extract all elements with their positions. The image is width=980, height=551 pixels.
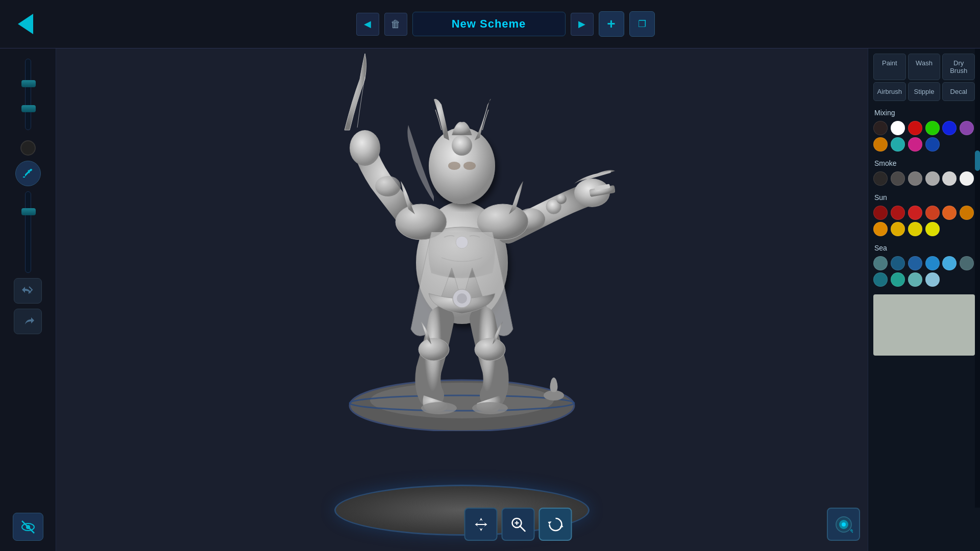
zoom-icon <box>509 516 527 533</box>
top-bar: ◀ 🗑 New Scheme ▶ + ❐ <box>0 0 980 48</box>
color-swatch[interactable] <box>942 256 957 270</box>
undo-button[interactable] <box>14 278 42 304</box>
mixing-color-grid <box>873 121 975 152</box>
color-swatch[interactable] <box>908 121 922 135</box>
color-swatch[interactable] <box>891 256 905 270</box>
svg-line-12 <box>22 521 34 533</box>
color-swatch[interactable] <box>925 121 940 135</box>
color-swatch[interactable] <box>908 206 922 220</box>
scheme-navigation: ◀ 🗑 New Scheme ▶ + ❐ <box>356 11 655 37</box>
zoom-button[interactable] <box>502 508 535 541</box>
scheme-prev-button[interactable]: ◀ <box>356 13 379 36</box>
sun-color-grid <box>873 206 975 236</box>
color-panel: Mixing Smoke <box>868 106 980 551</box>
color-swatch[interactable] <box>873 272 888 287</box>
airbrush-label: Airbrush <box>877 88 902 95</box>
wash-brush-button[interactable]: Wash <box>908 54 941 80</box>
brush-type-grid: Paint Wash Dry Brush Airbrush Stipple De… <box>868 48 980 106</box>
redo-button[interactable] <box>14 309 42 334</box>
paint-brush-button[interactable]: Paint <box>873 54 906 80</box>
size-slider-container <box>18 59 38 135</box>
svg-point-34 <box>421 402 457 414</box>
color-swatch[interactable] <box>908 171 922 186</box>
color-swatch[interactable] <box>942 121 957 135</box>
color-swatch[interactable] <box>891 121 905 135</box>
svg-point-33 <box>556 194 567 204</box>
svg-point-21 <box>350 130 380 166</box>
color-swatch[interactable] <box>891 272 905 287</box>
stipple-button[interactable]: Stipple <box>908 82 941 101</box>
add-icon: + <box>607 16 615 32</box>
color-swatch[interactable] <box>925 206 940 220</box>
next-arrow-icon: ▶ <box>578 18 585 30</box>
color-swatch[interactable] <box>908 256 922 270</box>
color-swatch[interactable] <box>873 256 888 270</box>
airbrush-button[interactable]: Airbrush <box>873 82 906 101</box>
color-swatch[interactable] <box>942 206 957 220</box>
color-swatch[interactable] <box>873 137 888 152</box>
rotate-button[interactable] <box>539 508 572 541</box>
copy-scheme-button[interactable]: ❐ <box>629 11 655 37</box>
svg-line-40 <box>520 526 525 531</box>
size-slider-track <box>25 59 31 130</box>
svg-point-27 <box>419 338 449 361</box>
color-swatch[interactable] <box>908 137 922 152</box>
color-swatch[interactable] <box>925 171 940 186</box>
color-swatch[interactable] <box>873 121 888 135</box>
svg-point-31 <box>456 236 468 248</box>
color-swatch[interactable] <box>873 206 888 220</box>
color-swatch[interactable] <box>873 171 888 186</box>
trash-icon: 🗑 <box>390 18 401 30</box>
paint-label: Paint <box>882 59 897 67</box>
opacity-slider-track <box>25 191 31 273</box>
paint-bucket-icon: ✎ <box>835 515 853 534</box>
color-swatch[interactable] <box>925 272 940 287</box>
color-preview-box <box>873 294 975 356</box>
right-scrollbar-thumb[interactable] <box>975 151 980 171</box>
color-swatch[interactable] <box>908 222 922 236</box>
add-scheme-button[interactable]: + <box>599 11 624 37</box>
back-button[interactable] <box>10 9 41 39</box>
opacity-slider-thumb[interactable] <box>21 208 36 215</box>
model-viewport[interactable] <box>56 48 868 551</box>
sun-section-label: Sun <box>873 193 975 202</box>
move-icon <box>472 516 489 533</box>
color-swatch[interactable] <box>925 137 940 152</box>
color-swatch[interactable] <box>960 121 974 135</box>
eyedropper-button[interactable] <box>15 161 41 186</box>
smoke-section-label: Smoke <box>873 159 975 167</box>
svg-point-35 <box>472 402 508 414</box>
color-swatch[interactable] <box>908 272 922 287</box>
color-swatch[interactable] <box>960 206 974 220</box>
scheme-title: New Scheme <box>412 12 566 36</box>
hide-icon <box>20 519 36 535</box>
svg-text:✎: ✎ <box>850 528 853 534</box>
wash-label: Wash <box>916 59 933 67</box>
color-swatch[interactable] <box>960 171 974 186</box>
color-swatch[interactable] <box>942 171 957 186</box>
delete-scheme-button[interactable]: 🗑 <box>384 13 407 36</box>
paint-tool-button[interactable]: ✎ <box>827 508 860 541</box>
size-slider-thumb[interactable] <box>21 80 36 87</box>
undo-icon <box>21 284 35 298</box>
svg-point-30 <box>457 293 467 304</box>
color-swatch[interactable] <box>925 222 940 236</box>
color-swatch[interactable] <box>891 137 905 152</box>
size-slider-thumb-2[interactable] <box>21 105 36 112</box>
scheme-next-button[interactable]: ▶ <box>571 13 594 36</box>
model-3d <box>309 48 615 431</box>
color-swatch[interactable] <box>891 171 905 186</box>
color-swatch[interactable] <box>891 222 905 236</box>
dry-brush-button[interactable]: Dry Brush <box>942 54 975 80</box>
color-swatch[interactable] <box>960 256 974 270</box>
viewport-controls <box>464 508 572 541</box>
move-button[interactable] <box>464 508 498 541</box>
hide-show-button[interactable] <box>13 513 43 541</box>
right-scrollbar[interactable] <box>975 48 980 508</box>
decal-button[interactable]: Decal <box>942 82 975 101</box>
color-swatch[interactable] <box>873 222 888 236</box>
color-swatch[interactable] <box>891 206 905 220</box>
dot-control[interactable] <box>20 140 36 156</box>
right-panel: Paint Wash Dry Brush Airbrush Stipple De… <box>868 48 980 551</box>
color-swatch[interactable] <box>925 256 940 270</box>
